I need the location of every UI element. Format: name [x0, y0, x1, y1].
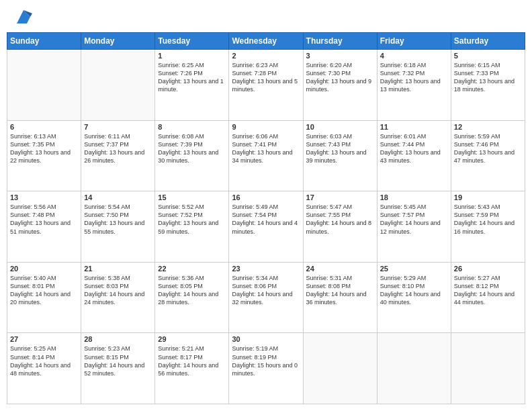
weekday-header-row: SundayMondayTuesdayWednesdayThursdayFrid… [7, 33, 525, 50]
day-number: 13 [10, 193, 78, 201]
day-info: Sunrise: 5:29 AM Sunset: 8:10 PM Dayligh… [380, 274, 448, 307]
day-number: 12 [454, 123, 522, 131]
calendar-cell: 14Sunrise: 5:54 AM Sunset: 7:50 PM Dayli… [81, 191, 155, 263]
day-number: 18 [380, 193, 448, 201]
calendar-cell: 23Sunrise: 5:34 AM Sunset: 8:06 PM Dayli… [229, 262, 303, 333]
weekday-header: Monday [81, 33, 155, 50]
calendar-cell: 2Sunrise: 6:23 AM Sunset: 7:28 PM Daylig… [229, 50, 303, 121]
day-number: 10 [306, 123, 374, 131]
day-info: Sunrise: 5:52 AM Sunset: 7:52 PM Dayligh… [158, 203, 226, 236]
day-info: Sunrise: 6:03 AM Sunset: 7:43 PM Dayligh… [306, 132, 374, 165]
calendar-cell: 20Sunrise: 5:40 AM Sunset: 8:01 PM Dayli… [7, 262, 81, 333]
calendar-cell: 27Sunrise: 5:25 AM Sunset: 8:14 PM Dayli… [7, 333, 81, 404]
calendar-week-row: 6Sunrise: 6:13 AM Sunset: 7:35 PM Daylig… [7, 120, 525, 191]
weekday-header: Tuesday [155, 33, 229, 50]
calendar-cell [81, 50, 155, 121]
calendar-cell: 3Sunrise: 6:20 AM Sunset: 7:30 PM Daylig… [303, 50, 377, 121]
day-number: 7 [84, 123, 152, 131]
day-number: 28 [84, 335, 152, 343]
calendar-cell [377, 333, 451, 404]
calendar-cell: 18Sunrise: 5:45 AM Sunset: 7:57 PM Dayli… [377, 191, 451, 263]
header [7, 7, 525, 27]
calendar-cell: 15Sunrise: 5:52 AM Sunset: 7:52 PM Dayli… [155, 191, 229, 263]
day-number: 15 [158, 193, 226, 201]
calendar-cell: 28Sunrise: 5:23 AM Sunset: 8:15 PM Dayli… [81, 333, 155, 404]
day-info: Sunrise: 5:27 AM Sunset: 8:12 PM Dayligh… [454, 274, 522, 307]
day-number: 29 [158, 335, 226, 343]
day-number: 1 [158, 52, 226, 60]
calendar-week-row: 1Sunrise: 6:25 AM Sunset: 7:26 PM Daylig… [7, 50, 525, 121]
calendar-cell: 6Sunrise: 6:13 AM Sunset: 7:35 PM Daylig… [7, 120, 81, 191]
day-number: 6 [10, 123, 78, 131]
day-number: 26 [454, 265, 522, 273]
calendar-cell: 21Sunrise: 5:38 AM Sunset: 8:03 PM Dayli… [81, 262, 155, 333]
day-number: 9 [232, 123, 300, 131]
day-info: Sunrise: 5:36 AM Sunset: 8:05 PM Dayligh… [158, 274, 226, 307]
weekday-header: Wednesday [229, 33, 303, 50]
day-info: Sunrise: 5:56 AM Sunset: 7:48 PM Dayligh… [10, 203, 78, 236]
calendar-cell: 17Sunrise: 5:47 AM Sunset: 7:55 PM Dayli… [303, 191, 377, 263]
day-number: 24 [306, 265, 374, 273]
day-number: 8 [158, 123, 226, 131]
calendar-cell [451, 333, 525, 404]
day-info: Sunrise: 5:40 AM Sunset: 8:01 PM Dayligh… [10, 274, 78, 307]
calendar-cell: 29Sunrise: 5:21 AM Sunset: 8:17 PM Dayli… [155, 333, 229, 404]
day-info: Sunrise: 6:18 AM Sunset: 7:32 PM Dayligh… [380, 61, 448, 94]
calendar-table: SundayMondayTuesdayWednesdayThursdayFrid… [7, 32, 525, 404]
day-info: Sunrise: 5:34 AM Sunset: 8:06 PM Dayligh… [232, 274, 300, 307]
weekday-header: Thursday [303, 33, 377, 50]
day-number: 19 [454, 193, 522, 201]
page: SundayMondayTuesdayWednesdayThursdayFrid… [0, 0, 532, 411]
day-info: Sunrise: 5:43 AM Sunset: 7:59 PM Dayligh… [454, 203, 522, 236]
day-info: Sunrise: 6:15 AM Sunset: 7:33 PM Dayligh… [454, 61, 522, 94]
day-number: 23 [232, 265, 300, 273]
day-info: Sunrise: 5:59 AM Sunset: 7:46 PM Dayligh… [454, 132, 522, 165]
calendar-cell: 26Sunrise: 5:27 AM Sunset: 8:12 PM Dayli… [451, 262, 525, 333]
calendar-cell: 4Sunrise: 6:18 AM Sunset: 7:32 PM Daylig… [377, 50, 451, 121]
logo [9, 7, 34, 27]
calendar-cell: 30Sunrise: 5:19 AM Sunset: 8:19 PM Dayli… [229, 333, 303, 404]
day-number: 16 [232, 193, 300, 201]
calendar-cell [7, 50, 81, 121]
day-info: Sunrise: 6:01 AM Sunset: 7:44 PM Dayligh… [380, 132, 448, 165]
day-number: 30 [232, 335, 300, 343]
day-info: Sunrise: 6:08 AM Sunset: 7:39 PM Dayligh… [158, 132, 226, 165]
calendar-cell: 12Sunrise: 5:59 AM Sunset: 7:46 PM Dayli… [451, 120, 525, 191]
calendar-cell: 10Sunrise: 6:03 AM Sunset: 7:43 PM Dayli… [303, 120, 377, 191]
day-number: 3 [306, 52, 374, 60]
logo-icon [13, 7, 34, 27]
day-info: Sunrise: 6:13 AM Sunset: 7:35 PM Dayligh… [10, 132, 78, 165]
day-info: Sunrise: 6:20 AM Sunset: 7:30 PM Dayligh… [306, 61, 374, 94]
calendar-cell: 7Sunrise: 6:11 AM Sunset: 7:37 PM Daylig… [81, 120, 155, 191]
day-info: Sunrise: 6:11 AM Sunset: 7:37 PM Dayligh… [84, 132, 152, 165]
calendar-cell: 11Sunrise: 6:01 AM Sunset: 7:44 PM Dayli… [377, 120, 451, 191]
calendar-cell: 5Sunrise: 6:15 AM Sunset: 7:33 PM Daylig… [451, 50, 525, 121]
day-number: 20 [10, 265, 78, 273]
day-info: Sunrise: 5:19 AM Sunset: 8:19 PM Dayligh… [232, 345, 300, 377]
calendar-week-row: 20Sunrise: 5:40 AM Sunset: 8:01 PM Dayli… [7, 262, 525, 333]
day-number: 14 [84, 193, 152, 201]
calendar-cell [303, 333, 377, 404]
calendar-week-row: 13Sunrise: 5:56 AM Sunset: 7:48 PM Dayli… [7, 191, 525, 263]
day-number: 21 [84, 265, 152, 273]
calendar-cell: 13Sunrise: 5:56 AM Sunset: 7:48 PM Dayli… [7, 191, 81, 263]
day-info: Sunrise: 5:23 AM Sunset: 8:15 PM Dayligh… [84, 345, 152, 377]
calendar-cell: 25Sunrise: 5:29 AM Sunset: 8:10 PM Dayli… [377, 262, 451, 333]
calendar-cell: 19Sunrise: 5:43 AM Sunset: 7:59 PM Dayli… [451, 191, 525, 263]
weekday-header: Sunday [7, 33, 81, 50]
calendar-cell: 24Sunrise: 5:31 AM Sunset: 8:08 PM Dayli… [303, 262, 377, 333]
day-number: 25 [380, 265, 448, 273]
day-number: 22 [158, 265, 226, 273]
day-info: Sunrise: 5:45 AM Sunset: 7:57 PM Dayligh… [380, 203, 448, 236]
calendar-cell: 1Sunrise: 6:25 AM Sunset: 7:26 PM Daylig… [155, 50, 229, 121]
day-number: 4 [380, 52, 448, 60]
calendar-cell: 22Sunrise: 5:36 AM Sunset: 8:05 PM Dayli… [155, 262, 229, 333]
day-info: Sunrise: 5:25 AM Sunset: 8:14 PM Dayligh… [10, 345, 78, 377]
day-info: Sunrise: 5:38 AM Sunset: 8:03 PM Dayligh… [84, 274, 152, 307]
weekday-header: Friday [377, 33, 451, 50]
calendar-cell: 16Sunrise: 5:49 AM Sunset: 7:54 PM Dayli… [229, 191, 303, 263]
day-number: 5 [454, 52, 522, 60]
day-info: Sunrise: 5:54 AM Sunset: 7:50 PM Dayligh… [84, 203, 152, 236]
calendar-cell: 8Sunrise: 6:08 AM Sunset: 7:39 PM Daylig… [155, 120, 229, 191]
day-number: 17 [306, 193, 374, 201]
